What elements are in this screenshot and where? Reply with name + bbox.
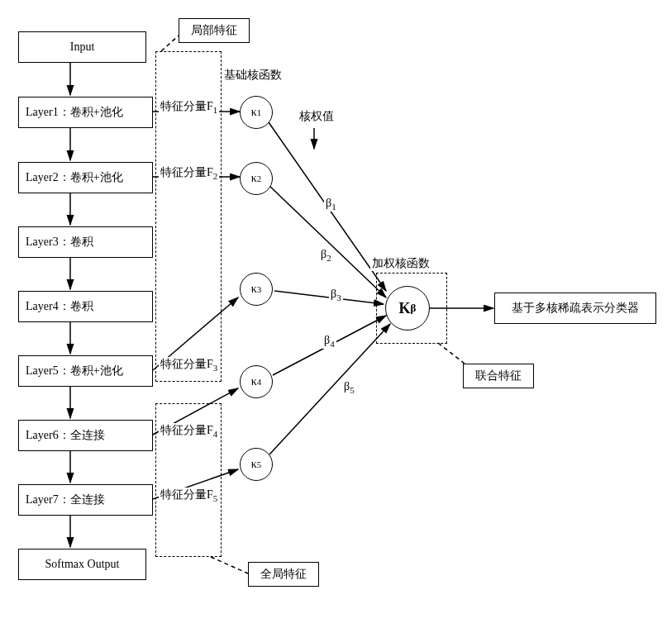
layer3-label: Layer3：卷积 <box>26 235 93 250</box>
beta-4: β4 <box>322 334 336 349</box>
beta-1: β1 <box>324 197 338 212</box>
layer5-label: Layer5：卷积+池化 <box>26 364 123 378</box>
classifier-box: 基于多核稀疏表示分类器 <box>494 293 656 324</box>
basis-kernel-label: 基础核函数 <box>222 68 284 83</box>
layer1-box: Layer1：卷积+池化 <box>18 97 153 128</box>
kernel-k3: κ3 <box>240 273 273 306</box>
layer2-label: Layer2：卷积+池化 <box>26 170 123 185</box>
joint-feat-annot: 联合特征 <box>463 364 534 388</box>
layer6-box: Layer6：全连接 <box>18 420 153 451</box>
feat-f3: 特征分量F3 <box>159 357 219 373</box>
svg-line-20 <box>161 36 179 51</box>
global-feat-annot: 全局特征 <box>248 562 319 587</box>
output-box: Softmax Output <box>18 549 146 580</box>
kernel-k5: κ5 <box>240 448 273 481</box>
local-feat-text: 局部特征 <box>191 23 237 38</box>
output-label: Softmax Output <box>45 558 120 571</box>
feat-f4: 特征分量F4 <box>159 423 219 439</box>
layer7-label: Layer7：全连接 <box>26 492 105 507</box>
beta-3: β3 <box>329 288 343 302</box>
kernel-kbeta: Kβ <box>385 286 430 331</box>
layer4-label: Layer4：卷积 <box>26 299 93 314</box>
weighted-kernel-label: 加权核函数 <box>370 256 431 271</box>
layer5-box: Layer5：卷积+池化 <box>18 355 153 387</box>
layer2-box: Layer2：卷积+池化 <box>18 162 153 193</box>
kernel-k2: κ2 <box>240 162 273 195</box>
kernel-k1: κ1 <box>240 96 273 129</box>
layer3-box: Layer3：卷积 <box>18 226 153 258</box>
classifier-label: 基于多核稀疏表示分类器 <box>512 301 639 316</box>
kernel-k4: κ4 <box>240 365 273 398</box>
global-feat-text: 全局特征 <box>260 567 307 582</box>
layer7-box: Layer7：全连接 <box>18 484 153 516</box>
feat-f1: 特征分量F1 <box>159 99 219 115</box>
local-feat-annot: 局部特征 <box>179 18 250 43</box>
input-label: Input <box>70 40 95 54</box>
layer4-box: Layer4：卷积 <box>18 291 153 322</box>
kernel-weight-label: 核权值 <box>298 109 336 124</box>
beta-5: β5 <box>342 380 356 395</box>
svg-line-21 <box>211 557 248 573</box>
beta-2: β2 <box>319 248 333 263</box>
layer1-label: Layer1：卷积+池化 <box>26 105 123 120</box>
input-box: Input <box>18 31 146 63</box>
joint-feat-text: 联合特征 <box>475 369 522 383</box>
layer6-label: Layer6：全连接 <box>26 428 105 443</box>
svg-line-22 <box>438 343 465 364</box>
feat-f2: 特征分量F2 <box>159 165 219 181</box>
feat-f5: 特征分量F5 <box>159 488 219 503</box>
